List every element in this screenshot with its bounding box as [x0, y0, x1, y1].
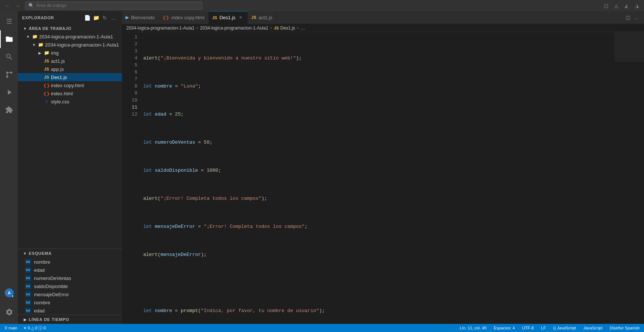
extensions-button[interactable] [0, 101, 18, 119]
timeline-header[interactable]: ▶ LÍNEA DE TIEMPO [18, 315, 122, 324]
file-index[interactable]: ❮❯ index.html [18, 89, 122, 97]
line-num-12: 12 [125, 111, 137, 118]
search-bar[interactable]: 🔍 [25, 1, 202, 10]
minimap [614, 32, 644, 324]
img-folder[interactable]: ▶ 📁 img [18, 49, 122, 57]
explorer-button[interactable] [0, 30, 18, 48]
tab-close-des1[interactable]: ✕ [238, 15, 244, 21]
errors-status[interactable]: ✕ 0 △ 0 ⓘ 0 [22, 324, 47, 332]
status-bar: ⚲ main ✕ 0 △ 0 ⓘ 0 Lín. 11, col. 49 Espa… [0, 324, 644, 332]
layout3-icon[interactable]: ◭ [623, 1, 631, 10]
code-line-1[interactable]: alert("¡Bienvenida y bienvenido a nuestr… [143, 55, 614, 62]
token: ); [261, 195, 267, 202]
split-editor-button[interactable]: ◫ [623, 13, 632, 22]
layout-icon[interactable]: ◫ [602, 1, 610, 10]
line-num-11: 11 [125, 104, 137, 111]
schema-item-nombre1[interactable]: let nombre [18, 258, 122, 266]
code-editor[interactable]: 1 2 3 4 5 6 7 8 9 10 11 12 alert("¡Bienv… [122, 32, 644, 324]
language-status[interactable]: JavaScript [582, 324, 604, 332]
workspace-arrow: ▼ [22, 25, 28, 31]
token: "¡Error! Completa todos los campos" [161, 195, 261, 202]
file-arrow [37, 82, 43, 88]
layout4-icon[interactable]: ◮ [633, 1, 641, 10]
code-line-9[interactable] [143, 279, 614, 286]
var-icon: let [25, 300, 31, 305]
designer-status[interactable]: Diseñor Spanish [608, 324, 641, 332]
file-name-style: style.css [51, 99, 69, 105]
token [143, 279, 146, 286]
file-act1[interactable]: JS act1.js [18, 57, 122, 65]
brackets-status[interactable]: () JavaScript [552, 324, 578, 332]
remote-button[interactable]: A 1 [0, 284, 18, 302]
spaces-status[interactable]: Espacios: 4 [492, 324, 516, 332]
breadcrumb-part4[interactable]: … [301, 25, 305, 31]
source-control-status[interactable]: ⚲ main [3, 324, 19, 332]
code-line-6[interactable]: alert("¡Error! Completa todos los campos… [143, 195, 614, 202]
token: 50 [204, 139, 210, 146]
schema-item-mensaje[interactable]: let mensajeDeError [18, 290, 122, 298]
schema-item-edad2[interactable]: let edad [18, 307, 122, 315]
schema-arrow: ▼ [22, 250, 28, 256]
schema-item-label: mensajeDeError [34, 292, 69, 297]
code-line-3[interactable]: let edad = 25; [143, 111, 614, 118]
main-layout: ☰ A 1 EXP [0, 11, 644, 324]
file-des1[interactable]: JS Des1.js [18, 73, 122, 81]
code-line-10[interactable]: let nombre = prompt("Indica, por favor, … [143, 307, 614, 314]
schema-item-saldo[interactable]: let saldoDisponible [18, 282, 122, 290]
refresh-button[interactable]: ↻ [101, 14, 109, 21]
search-input[interactable] [36, 3, 199, 8]
more-tabs-button[interactable]: … [632, 13, 641, 22]
settings-button[interactable] [0, 303, 18, 321]
layout2-icon[interactable]: ◬ [612, 1, 620, 10]
position-status[interactable]: Lín. 11, col. 49 [458, 324, 488, 332]
schema-item-nombre2[interactable]: let nombre [18, 298, 122, 307]
file-index-copy[interactable]: ❮❯ index copy.html [18, 81, 122, 89]
file-arrow [37, 74, 43, 80]
breadcrumb-part3[interactable]: Des1.js [280, 25, 295, 31]
schema-item-edad1[interactable]: let edad [18, 266, 122, 274]
html-icon: ❮❯ [44, 90, 49, 96]
menu-button[interactable]: ☰ [0, 13, 18, 30]
new-folder-button[interactable]: 📁 [92, 14, 100, 21]
breadcrumb-part1[interactable]: 2034-logica-programacion-1-Aula1 [126, 25, 195, 31]
workspace-label[interactable]: ▼ ÁREA DE TRABAJO [18, 24, 122, 32]
tab-html-icon: ❮❯ [162, 15, 169, 20]
breadcrumb-part2[interactable]: 2034-logica-programacion-1-Aula1 [200, 25, 268, 31]
code-line-2[interactable]: let nombre = "Luna"; [143, 83, 614, 90]
root-folder[interactable]: ▼ 📁 2034-logica-programacion-1-Aula1 [18, 32, 122, 41]
file-app[interactable]: JS app.js [18, 65, 122, 73]
var-icon: let [25, 267, 31, 273]
code-line-5[interactable]: let saldoDisponible = 1000; [143, 167, 614, 174]
subfolder[interactable]: ▼ 📁 2034-logica-programacion-1-Aula1 [18, 41, 122, 49]
token: let [143, 83, 152, 90]
branch-icon: ⚲ [4, 326, 7, 331]
tab-des1[interactable]: JS Des1.js ✕ [209, 11, 248, 24]
schema-header[interactable]: ▼ ESQUEMA [18, 249, 122, 258]
search-button[interactable] [0, 48, 18, 66]
back-button[interactable]: ← [3, 1, 12, 10]
schema-item-label: nombre [34, 300, 50, 305]
token: alert [143, 55, 158, 62]
line-num-10: 10 [125, 97, 137, 104]
tab-bienvenido[interactable]: ▶ Bienvenido [122, 11, 159, 24]
code-line-4[interactable]: let numeroDeVentas = 50; [143, 139, 614, 146]
code-line-7[interactable]: let mensajeDeError = "¡Error! Completa t… [143, 223, 614, 230]
schema-item-numventas[interactable]: let numeroDeVentas [18, 274, 122, 282]
status-right: Lín. 11, col. 49 Espacios: 4 UTF-8 LF ()… [458, 324, 641, 332]
code-line-8[interactable]: alert(mensajeDeError); [143, 251, 614, 258]
code-content[interactable]: alert("¡Bienvenida y bienvenido a nuestr… [140, 32, 614, 324]
encoding-status[interactable]: UTF-8 [521, 324, 535, 332]
sidebar-header: EXPLORADOR 📄 📁 ↻ … [18, 11, 122, 24]
token: ( [158, 195, 161, 202]
tab-act1[interactable]: JS act1.js [248, 11, 277, 24]
source-control-button[interactable] [0, 66, 18, 83]
more-actions-button[interactable]: … [110, 14, 117, 21]
forward-button[interactable]: → [13, 1, 22, 10]
line-ending-status[interactable]: LF [539, 324, 547, 332]
file-style[interactable]: # style.css [18, 97, 122, 106]
run-button[interactable] [0, 83, 18, 101]
img-folder-arrow: ▶ [37, 50, 43, 56]
encoding-text: UTF-8 [522, 326, 534, 330]
tab-index-copy[interactable]: ❮❯ index copy.html [159, 11, 208, 24]
new-file-button[interactable]: 📄 [83, 14, 91, 21]
